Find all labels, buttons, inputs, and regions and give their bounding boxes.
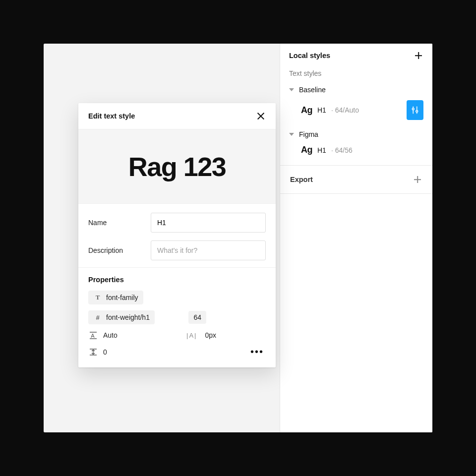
export-section[interactable]: Export (280, 165, 432, 194)
edit-text-style-dialog: Edit text style Rag 123 Name Description… (78, 103, 276, 367)
style-group-figma[interactable]: Figma (280, 127, 432, 142)
style-group-baseline[interactable]: Baseline (280, 82, 432, 97)
line-height-icon: A (88, 330, 98, 340)
more-options-button[interactable]: ••• (248, 346, 266, 357)
text-styles-section-label: Text styles (280, 64, 432, 81)
paragraph-spacing-value[interactable]: 0 (103, 348, 107, 356)
line-height-value[interactable]: Auto (103, 331, 179, 339)
letter-spacing-value[interactable]: 0px (205, 331, 216, 339)
svg-point-3 (416, 110, 418, 112)
paragraph-spacing-icon (88, 347, 98, 357)
close-button[interactable] (256, 111, 266, 121)
type-swatch-icon: Ag (301, 105, 312, 116)
sliders-icon (411, 106, 419, 115)
style-item-baseline-h1[interactable]: Ag H1 · 64/Auto (280, 97, 432, 123)
font-weight-token[interactable]: # font-weight/h1 (88, 310, 155, 324)
hash-icon: # (93, 313, 102, 322)
font-family-token[interactable]: T font-family (88, 291, 143, 304)
svg-point-2 (412, 108, 414, 110)
properties-heading: Properties (88, 276, 266, 284)
type-swatch-icon: Ag (301, 145, 312, 155)
style-item-figma-h1[interactable]: Ag H1 · 64/56 (280, 142, 432, 158)
svg-text:A: A (91, 333, 95, 339)
local-styles-panel: Local styles Text styles Baseline Ag H1 … (280, 44, 432, 432)
description-input[interactable] (151, 240, 266, 260)
type-icon: T (93, 293, 102, 302)
add-export-button[interactable] (413, 175, 422, 184)
chevron-down-icon (289, 88, 294, 91)
local-styles-title: Local styles (289, 52, 330, 60)
description-label: Description (88, 246, 151, 254)
letter-spacing-icon: |A| (186, 332, 197, 339)
name-input[interactable] (151, 213, 266, 233)
edit-style-button[interactable] (407, 100, 423, 120)
add-style-button[interactable] (414, 51, 423, 60)
chevron-down-icon (289, 133, 294, 136)
font-size-value[interactable]: 64 (188, 311, 206, 324)
dialog-title: Edit text style (88, 112, 135, 120)
preview-sample-text: Rag 123 (128, 151, 226, 182)
canvas: Local styles Text styles Baseline Ag H1 … (44, 44, 432, 432)
preview-area: Rag 123 (78, 129, 276, 204)
name-label: Name (88, 219, 151, 227)
